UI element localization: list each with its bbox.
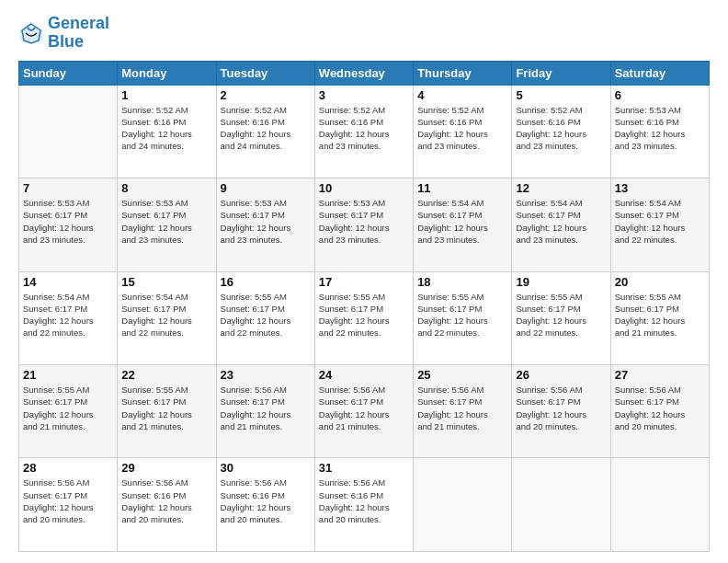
- day-info: Sunrise: 5:52 AMSunset: 6:16 PMDaylight:…: [417, 104, 507, 153]
- calendar-cell: [414, 458, 512, 552]
- day-info: Sunrise: 5:56 AMSunset: 6:17 PMDaylight:…: [615, 384, 705, 432]
- day-number: 29: [121, 461, 211, 475]
- day-number: 12: [516, 181, 606, 195]
- logo: General Blue: [18, 15, 109, 52]
- day-number: 26: [516, 368, 606, 382]
- calendar-cell: 14Sunrise: 5:54 AMSunset: 6:17 PMDayligh…: [19, 271, 118, 364]
- calendar-cell: 17Sunrise: 5:55 AMSunset: 6:17 PMDayligh…: [314, 271, 413, 364]
- calendar-cell: 3Sunrise: 5:52 AMSunset: 6:16 PMDaylight…: [314, 85, 413, 178]
- calendar-cell: 15Sunrise: 5:54 AMSunset: 6:17 PMDayligh…: [118, 271, 216, 364]
- calendar-cell: 30Sunrise: 5:56 AMSunset: 6:16 PMDayligh…: [216, 458, 314, 552]
- day-info: Sunrise: 5:54 AMSunset: 6:17 PMDaylight:…: [23, 291, 113, 339]
- day-number: 21: [23, 368, 113, 382]
- calendar-cell: 20Sunrise: 5:55 AMSunset: 6:17 PMDayligh…: [610, 271, 709, 364]
- calendar-cell: 21Sunrise: 5:55 AMSunset: 6:17 PMDayligh…: [19, 365, 118, 458]
- logo-icon: [18, 20, 44, 46]
- day-info: Sunrise: 5:55 AMSunset: 6:17 PMDaylight:…: [221, 291, 311, 339]
- calendar-cell: 4Sunrise: 5:52 AMSunset: 6:16 PMDaylight…: [414, 85, 512, 178]
- calendar-cell: 23Sunrise: 5:56 AMSunset: 6:17 PMDayligh…: [216, 365, 314, 458]
- calendar-cell: 5Sunrise: 5:52 AMSunset: 6:16 PMDaylight…: [512, 85, 610, 178]
- weekday-sunday: Sunday: [19, 61, 118, 85]
- header: General Blue: [18, 15, 710, 52]
- calendar-cell: [610, 458, 709, 552]
- calendar-week-1: 1Sunrise: 5:52 AMSunset: 6:16 PMDaylight…: [19, 85, 710, 178]
- day-number: 6: [615, 88, 705, 102]
- weekday-monday: Monday: [118, 61, 216, 85]
- calendar-cell: 31Sunrise: 5:56 AMSunset: 6:16 PMDayligh…: [314, 458, 413, 552]
- calendar-cell: 18Sunrise: 5:55 AMSunset: 6:17 PMDayligh…: [414, 271, 512, 364]
- day-number: 2: [221, 88, 311, 102]
- weekday-friday: Friday: [512, 61, 610, 85]
- calendar-cell: 2Sunrise: 5:52 AMSunset: 6:16 PMDaylight…: [216, 85, 314, 178]
- day-number: 17: [319, 275, 409, 289]
- day-number: 15: [121, 275, 211, 289]
- calendar-cell: [19, 85, 118, 178]
- day-info: Sunrise: 5:53 AMSunset: 6:16 PMDaylight:…: [615, 104, 705, 153]
- day-number: 20: [615, 275, 705, 289]
- day-number: 4: [417, 88, 507, 102]
- calendar-cell: 13Sunrise: 5:54 AMSunset: 6:17 PMDayligh…: [610, 178, 709, 271]
- day-number: 25: [417, 368, 507, 382]
- day-info: Sunrise: 5:56 AMSunset: 6:17 PMDaylight:…: [319, 384, 409, 432]
- day-info: Sunrise: 5:54 AMSunset: 6:17 PMDaylight:…: [121, 291, 211, 339]
- calendar-cell: 11Sunrise: 5:54 AMSunset: 6:17 PMDayligh…: [414, 178, 512, 271]
- day-info: Sunrise: 5:55 AMSunset: 6:17 PMDaylight:…: [319, 291, 409, 339]
- day-number: 30: [221, 461, 311, 475]
- day-info: Sunrise: 5:56 AMSunset: 6:16 PMDaylight:…: [221, 477, 311, 525]
- day-number: 9: [221, 181, 311, 195]
- day-info: Sunrise: 5:52 AMSunset: 6:16 PMDaylight:…: [319, 104, 409, 153]
- day-number: 13: [615, 181, 705, 195]
- calendar-cell: 9Sunrise: 5:53 AMSunset: 6:17 PMDaylight…: [216, 178, 314, 271]
- day-number: 3: [319, 88, 409, 102]
- day-number: 16: [221, 275, 311, 289]
- calendar-week-2: 7Sunrise: 5:53 AMSunset: 6:17 PMDaylight…: [19, 178, 710, 271]
- weekday-tuesday: Tuesday: [216, 61, 314, 85]
- calendar-cell: 24Sunrise: 5:56 AMSunset: 6:17 PMDayligh…: [314, 365, 413, 458]
- calendar-cell: 12Sunrise: 5:54 AMSunset: 6:17 PMDayligh…: [512, 178, 610, 271]
- calendar-cell: 1Sunrise: 5:52 AMSunset: 6:16 PMDaylight…: [118, 85, 216, 178]
- day-number: 11: [417, 181, 507, 195]
- day-number: 1: [121, 88, 211, 102]
- weekday-thursday: Thursday: [414, 61, 512, 85]
- calendar-cell: 8Sunrise: 5:53 AMSunset: 6:17 PMDaylight…: [118, 178, 216, 271]
- day-info: Sunrise: 5:55 AMSunset: 6:17 PMDaylight:…: [417, 291, 507, 339]
- page: General Blue SundayMondayTuesdayWednesda…: [0, 0, 728, 563]
- day-number: 14: [23, 275, 113, 289]
- weekday-saturday: Saturday: [610, 61, 709, 85]
- day-info: Sunrise: 5:55 AMSunset: 6:17 PMDaylight:…: [615, 291, 705, 339]
- weekday-header-row: SundayMondayTuesdayWednesdayThursdayFrid…: [19, 61, 710, 85]
- day-number: 24: [319, 368, 409, 382]
- day-info: Sunrise: 5:56 AMSunset: 6:17 PMDaylight:…: [516, 384, 606, 432]
- calendar-week-4: 21Sunrise: 5:55 AMSunset: 6:17 PMDayligh…: [19, 365, 710, 458]
- day-info: Sunrise: 5:56 AMSunset: 6:16 PMDaylight:…: [319, 477, 409, 525]
- calendar-cell: 28Sunrise: 5:56 AMSunset: 6:17 PMDayligh…: [19, 458, 118, 552]
- day-info: Sunrise: 5:53 AMSunset: 6:17 PMDaylight:…: [23, 197, 113, 246]
- day-number: 27: [615, 368, 705, 382]
- day-info: Sunrise: 5:53 AMSunset: 6:17 PMDaylight:…: [319, 197, 409, 246]
- calendar-cell: 7Sunrise: 5:53 AMSunset: 6:17 PMDaylight…: [19, 178, 118, 271]
- day-number: 18: [417, 275, 507, 289]
- calendar-cell: 22Sunrise: 5:55 AMSunset: 6:17 PMDayligh…: [118, 365, 216, 458]
- calendar-cell: 25Sunrise: 5:56 AMSunset: 6:17 PMDayligh…: [414, 365, 512, 458]
- calendar-cell: 10Sunrise: 5:53 AMSunset: 6:17 PMDayligh…: [314, 178, 413, 271]
- calendar-table: SundayMondayTuesdayWednesdayThursdayFrid…: [18, 61, 710, 552]
- day-info: Sunrise: 5:53 AMSunset: 6:17 PMDaylight:…: [221, 197, 311, 246]
- calendar-cell: 26Sunrise: 5:56 AMSunset: 6:17 PMDayligh…: [512, 365, 610, 458]
- calendar-cell: 29Sunrise: 5:56 AMSunset: 6:16 PMDayligh…: [118, 458, 216, 552]
- calendar-cell: 19Sunrise: 5:55 AMSunset: 6:17 PMDayligh…: [512, 271, 610, 364]
- day-number: 10: [319, 181, 409, 195]
- calendar-week-5: 28Sunrise: 5:56 AMSunset: 6:17 PMDayligh…: [19, 458, 710, 552]
- day-info: Sunrise: 5:53 AMSunset: 6:17 PMDaylight:…: [121, 197, 211, 246]
- day-info: Sunrise: 5:55 AMSunset: 6:17 PMDaylight:…: [121, 384, 211, 432]
- day-info: Sunrise: 5:54 AMSunset: 6:17 PMDaylight:…: [417, 197, 507, 246]
- day-info: Sunrise: 5:56 AMSunset: 6:17 PMDaylight:…: [417, 384, 507, 432]
- day-info: Sunrise: 5:52 AMSunset: 6:16 PMDaylight:…: [121, 104, 211, 153]
- day-info: Sunrise: 5:52 AMSunset: 6:16 PMDaylight:…: [516, 104, 606, 153]
- day-info: Sunrise: 5:56 AMSunset: 6:17 PMDaylight:…: [23, 477, 113, 525]
- day-info: Sunrise: 5:54 AMSunset: 6:17 PMDaylight:…: [615, 197, 705, 246]
- day-number: 8: [121, 181, 211, 195]
- logo-text: General Blue: [48, 15, 109, 52]
- calendar-cell: 16Sunrise: 5:55 AMSunset: 6:17 PMDayligh…: [216, 271, 314, 364]
- day-info: Sunrise: 5:55 AMSunset: 6:17 PMDaylight:…: [23, 384, 113, 432]
- day-number: 31: [319, 461, 409, 475]
